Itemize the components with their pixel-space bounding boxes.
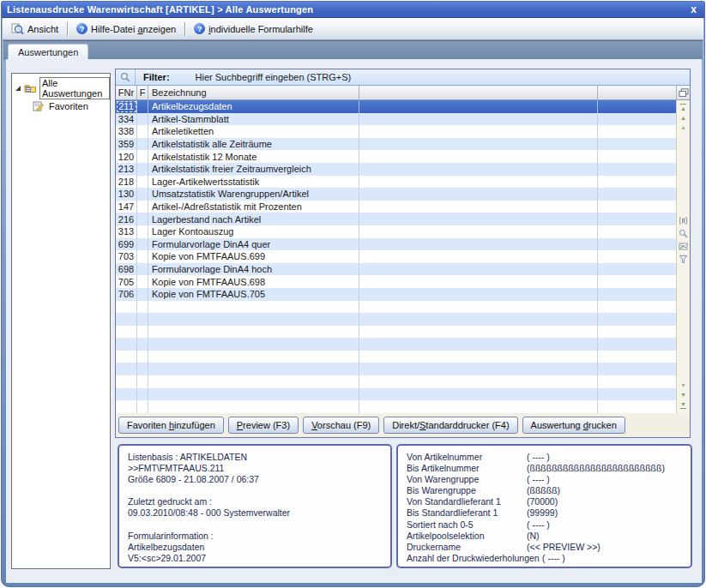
cell-bez: Formularvorlage DinA4 quer [148, 238, 359, 251]
form-info-box: Listenbasis : ARTIKELDATEN>>FMT\FMTFAAUS… [118, 444, 392, 568]
close-icon[interactable]: x [691, 4, 697, 15]
info-line: >>FMT\FMTFAAUS.211 [128, 463, 390, 474]
tab-auswertungen[interactable]: Auswertungen [8, 44, 88, 60]
cell-b2 [598, 150, 676, 163]
table-row[interactable]: 218Lager-Artikelwertsstatistik [116, 176, 676, 189]
table-row[interactable]: 130Umsatzstatistik Warengruppen/Artikel [116, 188, 676, 201]
cell-b1 [359, 176, 598, 189]
cell-fnr: 313 [116, 225, 137, 238]
table-row[interactable]: 334Artikel-Stammblatt [116, 113, 676, 126]
scroll-strip-group: ▼▼▼ [680, 382, 686, 409]
button-direkt-standarddrucker-f4[interactable]: Direkt/Standarddrucker (F4) [383, 417, 517, 434]
cell-b2 [598, 225, 676, 238]
table-row[interactable]: 703Kopie von FMTFAAUS.699 [116, 250, 676, 263]
cell-f [137, 188, 148, 201]
info-row: Sortiert nach 0-5( ---- ) [407, 519, 691, 531]
tree-panel: Alle AuswertungenFavoriten [11, 73, 111, 569]
table-row[interactable]: 147Artikel-/Adreßstatistik mit Prozenten [116, 201, 676, 213]
folder-icon [24, 83, 37, 93]
cell-b2 [598, 263, 676, 276]
cell-bez [148, 338, 359, 351]
toolbar-button-individuelle-formularhilfe[interactable]: individuelle Formularhilfe [188, 21, 319, 36]
scroll-up-fast-icon[interactable]: ▲ [680, 115, 686, 121]
table-row-empty[interactable] [116, 351, 676, 363]
cell-b1 [359, 301, 598, 314]
table-row-empty[interactable] [116, 301, 676, 314]
cell-f [137, 213, 148, 225]
button-auswertung-drucken[interactable]: Auswertung drucken [522, 417, 625, 434]
toolbar-button-ansicht[interactable]: Ansicht [5, 21, 64, 37]
button-favoriten-hinzuf-gen[interactable]: Favoriten hinzufügen [118, 417, 224, 434]
tree-item-alle-auswertungen[interactable]: Alle Auswertungen [15, 77, 110, 99]
column-header-fnr[interactable]: FNr [116, 86, 137, 99]
table-row[interactable]: 706Kopie von FMTFAAUS.705 [116, 288, 676, 301]
column-header-f[interactable]: F [137, 86, 148, 99]
table-row[interactable]: 120Artikelstatistik 12 Monate [116, 150, 676, 163]
cell-b1 [359, 238, 598, 251]
table-row[interactable]: 211Artikelbezugsdaten [116, 100, 676, 113]
info-row: Druckername(<< PREVIEW >>) [407, 542, 691, 553]
table-row-empty[interactable] [116, 363, 676, 375]
help-icon [76, 23, 87, 34]
info-value: (N) [527, 531, 540, 542]
cell-f [137, 363, 148, 375]
table-row-empty[interactable] [116, 313, 676, 326]
scroll-up-icon[interactable]: ▲ [680, 124, 686, 130]
scroll-strip-group [679, 216, 688, 264]
info-line: Zuletzt gedruckt am : [128, 496, 390, 507]
cell-bez: Formularvorlage DinA4 hoch [148, 263, 359, 276]
table-row[interactable]: 313Lager Kontoauszug [116, 225, 676, 238]
toolbar-button-label: Hilfe-Datei anzeigen [91, 24, 176, 34]
expander-icon[interactable] [15, 86, 21, 91]
toolbar-button-hilfe-datei-anzeigen[interactable]: Hilfe-Datei anzeigen [70, 21, 182, 36]
table-row-empty[interactable] [116, 375, 676, 388]
table-row[interactable]: 705Kopie von FMTFAAUS.698 [116, 275, 676, 288]
filter-label: Filter: [143, 72, 170, 82]
scroll-down-icon[interactable]: ▼ [680, 382, 686, 388]
cell-b1 [359, 400, 598, 413]
tree-item-favoriten[interactable]: Favoriten [33, 101, 110, 111]
cell-f [137, 163, 148, 176]
button-preview-f3[interactable]: Preview (F3) [228, 417, 299, 434]
cell-b2 [598, 250, 676, 263]
cell-fnr: 218 [116, 176, 137, 189]
info-line: Listenbasis : ARTIKELDATEN [128, 452, 390, 463]
copy-columns-icon[interactable] [676, 86, 690, 99]
table-row-empty[interactable] [116, 326, 676, 339]
info-line [128, 519, 390, 531]
cell-f [137, 150, 148, 163]
scroll-down-fast-icon[interactable]: ▼ [680, 392, 686, 398]
filter-icon[interactable] [679, 255, 688, 264]
table-row-empty[interactable] [116, 388, 676, 401]
grid-icon[interactable] [679, 242, 688, 251]
cell-bez [148, 363, 359, 375]
button-vorschau-f9[interactable]: Vorschau (F9) [303, 417, 379, 434]
cell-b2 [598, 201, 676, 213]
table-row[interactable]: 359Artikelstatistik alle Zeiträume [116, 138, 676, 151]
info-row: Bis Standardlieferant 1(99999) [407, 507, 691, 519]
columns-icon[interactable] [679, 216, 688, 225]
cell-f [137, 313, 148, 326]
table-row-empty[interactable] [116, 338, 676, 351]
table-row[interactable]: 213Artikelstatistik freier Zeitraumvergl… [116, 163, 676, 176]
jump-bottom-icon[interactable]: ▼ [680, 401, 686, 409]
table-row[interactable]: 216Lagerbestand nach Artikel [116, 213, 676, 225]
filter-bar[interactable]: Filter: Hier Suchbegriff eingeben (STRG+… [116, 69, 690, 86]
table-row[interactable]: 698Formularvorlage DinA4 hoch [116, 263, 676, 276]
table-row[interactable]: 338Artikeletiketten [116, 125, 676, 138]
info-value: ( ---- ) [527, 452, 550, 463]
table-row[interactable]: 699Formularvorlage DinA4 quer [116, 238, 676, 251]
jump-top-icon[interactable]: ▲ [680, 104, 686, 111]
search-icon[interactable] [679, 229, 688, 238]
cell-b2 [598, 213, 676, 225]
action-button-row: Favoriten hinzufügenPreview (F3)Vorschau… [116, 413, 690, 437]
cell-f [137, 400, 148, 413]
column-header-bezeichnung[interactable]: Bezeichnung [148, 86, 359, 99]
toolbar-separator [184, 22, 185, 36]
cell-bez [148, 388, 359, 401]
info-label: Bis Standardlieferant 1 [407, 507, 527, 519]
table-row-empty[interactable] [116, 400, 676, 413]
cell-fnr: 216 [116, 213, 137, 225]
info-label: Von Warengruppe [407, 474, 527, 485]
cell-b2 [598, 100, 676, 113]
